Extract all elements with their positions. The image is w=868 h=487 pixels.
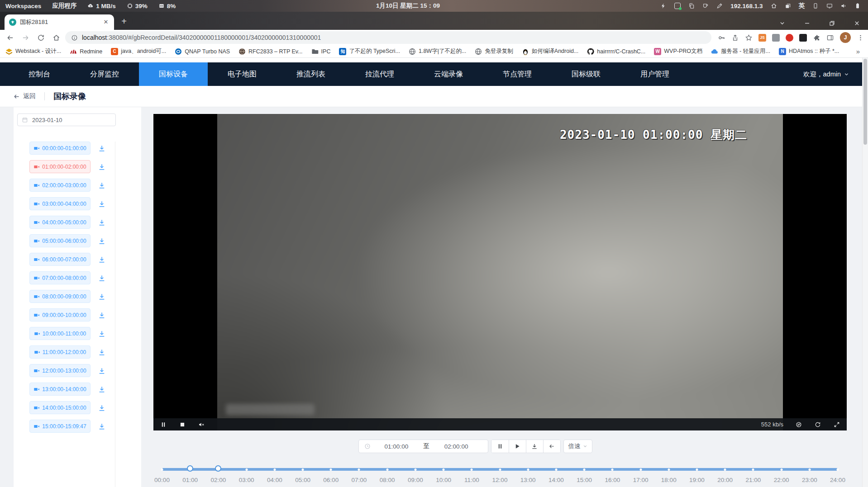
download-segment-button[interactable] xyxy=(97,144,106,153)
segment-button-14[interactable]: 13:00:00-14:00:00 xyxy=(29,383,91,396)
download-segment-button[interactable] xyxy=(97,255,106,264)
dark-extension-icon[interactable] xyxy=(799,34,807,42)
notes-app-tray-icon[interactable] xyxy=(674,3,681,9)
timeline-stop[interactable] xyxy=(555,468,557,471)
flash-tray-icon[interactable] xyxy=(660,3,667,9)
timeline-stop[interactable] xyxy=(386,468,388,471)
segment-button-4[interactable]: 03:00:00-04:00:00 xyxy=(29,197,91,210)
display-tray-icon[interactable] xyxy=(826,3,833,9)
extensions-puzzle-icon[interactable] xyxy=(813,34,820,42)
ip-address[interactable]: 192.168.1.3 xyxy=(730,3,763,9)
download-segment-button[interactable] xyxy=(97,218,106,227)
segment-button-10[interactable]: 09:00:00-10:00:00 xyxy=(29,308,91,322)
seek-back-button[interactable] xyxy=(543,440,560,453)
bookmark-item[interactable]: 知了不起的 TypeScri... xyxy=(339,47,400,55)
back-button[interactable]: 返回 xyxy=(13,92,36,100)
windows-tray-icon[interactable] xyxy=(785,3,791,9)
segment-button-15[interactable]: 14:00:00-15:00:00 xyxy=(29,401,91,414)
timeline-stop[interactable] xyxy=(358,468,360,471)
battery-icon[interactable] xyxy=(854,3,861,9)
timeline-stop[interactable] xyxy=(611,468,614,471)
nav-item-8[interactable]: 节点管理 xyxy=(483,62,552,86)
nav-item-9[interactable]: 国标级联 xyxy=(552,62,620,86)
browser-menu-icon[interactable] xyxy=(857,34,864,42)
new-tab-button[interactable]: + xyxy=(118,15,130,28)
download-button[interactable] xyxy=(526,440,543,453)
timeline-stop[interactable] xyxy=(724,468,726,471)
close-window-icon[interactable] xyxy=(854,20,860,26)
segment-button-8[interactable]: 07:00:00-08:00:00 xyxy=(29,271,91,284)
download-segment-button[interactable] xyxy=(97,403,106,412)
timeline-handle[interactable] xyxy=(187,465,193,472)
nav-item-6[interactable]: 拉流代理 xyxy=(345,62,414,86)
browser-reload-button[interactable] xyxy=(34,31,47,44)
browser-forward-button[interactable] xyxy=(19,31,32,44)
video-player[interactable]: 2023-01-10 01:00:00 星期二 552 kb/s xyxy=(153,114,847,430)
browser-back-button[interactable] xyxy=(4,31,16,44)
gray-extension-icon[interactable] xyxy=(772,34,780,42)
download-segment-button[interactable] xyxy=(97,385,106,394)
segment-button-9[interactable]: 08:00:00-09:00:00 xyxy=(29,290,91,303)
timeline-stop[interactable] xyxy=(161,468,163,471)
bookmark-item[interactable]: IPC xyxy=(311,48,331,55)
js-extension-icon[interactable]: JS xyxy=(758,34,766,42)
playback-speed-dropdown[interactable]: 倍速 xyxy=(563,440,592,453)
scrollbar-thumb[interactable] xyxy=(863,59,867,145)
play-button[interactable] xyxy=(509,440,526,453)
timeline-stop[interactable] xyxy=(499,468,501,471)
timeline-stop[interactable] xyxy=(837,468,839,471)
timeline-stop[interactable] xyxy=(302,468,304,471)
red-extension-icon[interactable] xyxy=(786,34,793,42)
download-segment-button[interactable] xyxy=(97,274,106,283)
site-info-icon[interactable] xyxy=(71,34,78,41)
bookmark-item[interactable]: 免登录复制 xyxy=(475,47,513,55)
nav-item-3[interactable]: 国标设备 xyxy=(139,62,208,86)
address-bar[interactable]: localhost:38080/#/gbRecordDetail/3402000… xyxy=(65,31,711,44)
player-mute-button[interactable] xyxy=(198,421,205,428)
segment-button-11[interactable]: 10:00:00-11:00:00 xyxy=(29,327,91,340)
password-key-icon[interactable] xyxy=(718,34,725,42)
bookmark-item[interactable]: NHDAtmos :: 种子 *... xyxy=(779,47,839,55)
minimize-window-icon[interactable] xyxy=(804,20,810,26)
bookmark-item[interactable]: RFC2833 – RTP Ev... xyxy=(238,48,303,55)
bookmark-item[interactable]: 如何编译Android... xyxy=(522,47,579,55)
snapshot-button[interactable] xyxy=(795,421,802,428)
clock[interactable]: 1月10日 星期二 15：09 xyxy=(376,2,440,10)
download-segment-button[interactable] xyxy=(97,311,106,320)
timeline-stop[interactable] xyxy=(527,468,529,471)
fullscreen-button[interactable] xyxy=(833,421,840,428)
player-stop-button[interactable] xyxy=(179,421,186,428)
clipboard-tray-icon[interactable] xyxy=(688,3,695,9)
timeline-stop[interactable] xyxy=(668,468,670,471)
tab-search-chevron-icon[interactable] xyxy=(779,20,785,26)
timeline-stop[interactable] xyxy=(808,468,811,471)
download-segment-button[interactable] xyxy=(97,236,106,246)
download-segment-button[interactable] xyxy=(97,422,106,431)
download-segment-button[interactable] xyxy=(97,348,106,357)
bookmark-star-icon[interactable] xyxy=(745,34,753,42)
nav-item-7[interactable]: 云端录像 xyxy=(414,62,483,86)
workspaces-button[interactable]: Workspaces xyxy=(5,3,41,9)
timeline-stop[interactable] xyxy=(583,468,586,471)
bookmarks-overflow-chevron[interactable]: » xyxy=(856,47,863,55)
home-tray-icon[interactable] xyxy=(771,3,777,9)
timeline-stop[interactable] xyxy=(639,468,642,471)
segment-button-1[interactable]: 00:00:00-01:00:00 xyxy=(29,142,91,155)
input-language-indicator[interactable]: 英 xyxy=(799,2,805,10)
segment-button-16[interactable]: 15:00:00-15:09:47 xyxy=(29,420,91,433)
download-segment-button[interactable] xyxy=(97,181,106,190)
download-segment-button[interactable] xyxy=(97,329,106,338)
end-time-value[interactable]: 02:00:00 xyxy=(430,443,482,450)
pause-button[interactable] xyxy=(491,440,509,453)
download-segment-button[interactable] xyxy=(97,366,106,375)
user-menu[interactable]: 欢迎，admin xyxy=(803,70,868,79)
segment-button-7[interactable]: 06:00:00-07:00:00 xyxy=(29,253,91,266)
nav-item-1[interactable]: 控制台 xyxy=(9,62,70,86)
side-panel-icon[interactable] xyxy=(826,34,834,42)
bookmark-item[interactable]: 1.8W字|了不起的... xyxy=(409,47,466,55)
restore-window-icon[interactable] xyxy=(829,20,835,26)
volume-tray-icon[interactable] xyxy=(840,3,847,9)
timeline-stop[interactable] xyxy=(471,468,473,471)
start-time-value[interactable]: 01:00:00 xyxy=(371,443,423,450)
timeline-stop[interactable] xyxy=(414,468,416,471)
